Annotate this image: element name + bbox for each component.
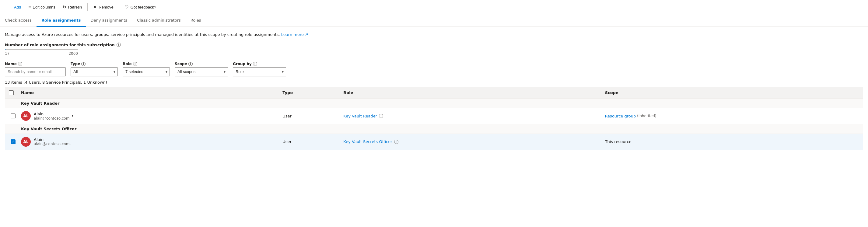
row1-user-dot [72,115,73,117]
row1-checkbox[interactable] [11,114,16,118]
row2-type-cell: User [279,137,340,147]
tab-roles[interactable]: Roles [186,14,206,27]
row1-avatar: AL [21,111,31,121]
learn-more-link[interactable]: Learn more ↗ [281,32,308,37]
filter-groupby-group: Group by i Role Type Scope None [233,62,286,76]
progress-bar-container [5,49,78,50]
remove-icon: ✕ [93,5,97,9]
add-label: Add [14,5,21,9]
row2-checkbox-cell [5,137,17,147]
row1-user-info: AL Alain alain@contoso.com [21,111,73,121]
filter-scope-label: Scope i [175,62,228,66]
row1-role-info-icon[interactable]: i [379,114,383,118]
row2-role-link[interactable]: Key Vault Secrets Officer i [343,139,398,144]
group-header-key-vault-reader: Key Vault Reader [5,99,863,108]
progress-title-text: Number of role assignments for this subs… [5,42,115,47]
row2-user-email: alain@contoso.com, [34,142,71,146]
tab-check-access[interactable]: Check access [5,14,36,27]
divider-1 [87,3,88,11]
divider-2 [119,3,119,11]
row1-scope-cell: Resource group (Inherited) [601,111,863,121]
remove-button[interactable]: ✕ Remove [90,3,116,11]
filter-name-group: Name i [5,62,66,76]
add-button[interactable]: ＋ Add [5,2,24,11]
row2-role-text: Key Vault Secrets Officer [343,139,392,144]
table-header: Name Type Role Scope [5,87,863,99]
remove-label: Remove [99,5,113,9]
progress-section: Number of role assignments for this subs… [5,42,863,56]
external-link-icon: ↗ [305,32,308,37]
row2-scope-text: This resource [605,139,631,144]
refresh-icon: ↻ [63,5,66,9]
edit-columns-label: Edit columns [33,5,55,9]
header-scope: Scope [601,87,863,98]
select-all-checkbox[interactable] [9,90,14,95]
filter-type-label: Type i [71,62,118,66]
filter-role-label: Role i [123,62,170,66]
row2-user-name: Alain [34,137,71,142]
groupby-select[interactable]: Role Type Scope None [233,67,286,76]
table-row: AL Alain alain@contoso.com User Key Vaul… [5,108,863,124]
type-filter-info-icon[interactable]: i [81,62,86,66]
heart-icon: ♡ [125,5,129,9]
row2-role-cell: Key Vault Secrets Officer i [340,137,601,147]
row2-avatar: AL [21,137,31,147]
groupby-filter-info-icon[interactable]: i [253,62,257,66]
progress-title: Number of role assignments for this subs… [5,42,863,47]
type-select[interactable]: All User Group Service Principal Managed… [71,67,118,76]
refresh-button[interactable]: ↻ Refresh [60,3,85,11]
scope-select-wrapper: All scopes This resource Resource group … [175,67,228,76]
row1-user-details: Alain alain@contoso.com [34,112,69,121]
row2-type: User [282,139,291,144]
description-text: Manage access to Azure resources for use… [5,32,863,38]
role-filter-info-icon[interactable]: i [133,62,137,66]
progress-bar-fill [5,49,5,50]
filter-groupby-label: Group by i [233,62,286,66]
table-row: AL Alain alain@contoso.com, User Key Vau… [5,134,863,150]
refresh-label: Refresh [68,5,82,9]
row1-role-link[interactable]: Key Vault Reader i [343,114,383,118]
tab-role-assignments[interactable]: Role assignments [36,14,86,27]
table-container: Name Type Role Scope Key Vault Reader [5,87,863,150]
toolbar: ＋ Add ≡ Edit columns ↻ Refresh ✕ Remove … [0,0,868,14]
scope-select[interactable]: All scopes This resource Resource group … [175,67,228,76]
type-select-wrapper: All User Group Service Principal Managed… [71,67,118,76]
filter-role-group: Role i 7 selected All Key Vault Reader K… [123,62,170,76]
row1-role-cell: Key Vault Reader i [340,111,601,121]
tab-deny-assignments[interactable]: Deny assignments [86,14,132,27]
row2-checkbox[interactable] [11,139,16,144]
filter-type-group: Type i All User Group Service Principal … [71,62,118,76]
tab-classic-administrators[interactable]: Classic administrators [132,14,186,27]
role-select[interactable]: 7 selected All Key Vault Reader Key Vaul… [123,67,170,76]
learn-more-label: Learn more [281,32,304,37]
row2-user-details: Alain alain@contoso.com, [34,137,71,146]
row1-scope-inherited: (Inherited) [637,114,656,118]
add-icon: ＋ [8,4,12,10]
row1-name-cell: AL Alain alain@contoso.com [17,109,279,123]
name-filter-info-icon[interactable]: i [18,62,22,66]
progress-info-icon[interactable]: i [117,42,121,47]
feedback-button[interactable]: ♡ Got feedback? [122,3,159,11]
row2-scope-cell: This resource [601,137,863,147]
row1-type: User [282,114,291,118]
row2-user-info: AL Alain alain@contoso.com, [21,137,71,147]
scope-filter-info-icon[interactable]: i [188,62,193,66]
feedback-label: Got feedback? [130,5,156,9]
row2-name-cell: AL Alain alain@contoso.com, [17,134,279,149]
main-content: Manage access to Azure resources for use… [0,27,868,155]
search-input[interactable] [5,67,66,76]
filters-row: Name i Type i All User Group Service Pri… [5,62,863,76]
row1-user-name: Alain [34,112,69,116]
header-type: Type [279,87,340,98]
tabs-nav: Check access Role assignments Deny assig… [0,14,868,27]
row2-role-info-icon[interactable]: i [394,140,398,144]
progress-labels: 17 2000 [5,52,78,56]
group-header-key-vault-secrets-officer: Key Vault Secrets Officer [5,124,863,134]
filter-name-label: Name i [5,62,66,66]
edit-columns-button[interactable]: ≡ Edit columns [25,3,58,11]
header-role: Role [340,87,601,98]
filter-scope-group: Scope i All scopes This resource Resourc… [175,62,228,76]
row1-scope-link[interactable]: Resource group [605,114,636,118]
role-select-wrapper: 7 selected All Key Vault Reader Key Vaul… [123,67,170,76]
header-name: Name [17,87,279,98]
